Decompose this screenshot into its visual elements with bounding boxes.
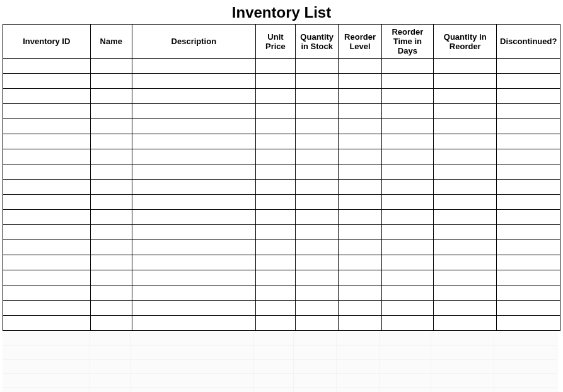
- table-cell[interactable]: [255, 89, 295, 104]
- table-cell[interactable]: [381, 316, 433, 331]
- table-row[interactable]: [3, 270, 560, 285]
- table-cell[interactable]: [132, 180, 255, 195]
- table-cell[interactable]: [132, 301, 255, 316]
- table-cell[interactable]: [381, 149, 433, 164]
- table-cell[interactable]: [296, 149, 339, 164]
- table-cell[interactable]: [132, 240, 255, 255]
- table-cell[interactable]: [296, 316, 339, 331]
- table-cell[interactable]: [255, 240, 295, 255]
- table-cell[interactable]: [3, 285, 91, 301]
- table-cell[interactable]: [339, 210, 381, 225]
- table-row[interactable]: [3, 89, 560, 104]
- table-cell[interactable]: [132, 149, 255, 164]
- table-cell[interactable]: [381, 119, 433, 134]
- table-row[interactable]: [3, 316, 560, 331]
- table-cell[interactable]: [434, 285, 497, 301]
- table-cell[interactable]: [296, 134, 339, 149]
- table-cell[interactable]: [255, 270, 295, 285]
- table-cell[interactable]: [497, 134, 560, 149]
- table-cell[interactable]: [3, 89, 91, 104]
- table-cell[interactable]: [296, 74, 339, 89]
- table-row[interactable]: [3, 225, 560, 240]
- table-cell[interactable]: [434, 59, 497, 74]
- table-cell[interactable]: [339, 164, 381, 180]
- table-cell[interactable]: [381, 104, 433, 119]
- table-cell[interactable]: [434, 104, 497, 119]
- table-cell[interactable]: [339, 180, 381, 195]
- table-cell[interactable]: [434, 119, 497, 134]
- table-cell[interactable]: [434, 255, 497, 270]
- table-row[interactable]: [3, 104, 560, 119]
- table-cell[interactable]: [3, 74, 91, 89]
- table-row[interactable]: [3, 195, 560, 210]
- table-cell[interactable]: [3, 104, 91, 119]
- table-row[interactable]: [3, 119, 560, 134]
- table-cell[interactable]: [434, 195, 497, 210]
- table-cell[interactable]: [497, 74, 560, 89]
- table-cell[interactable]: [339, 74, 381, 89]
- table-cell[interactable]: [339, 195, 381, 210]
- table-cell[interactable]: [90, 180, 132, 195]
- table-cell[interactable]: [90, 316, 132, 331]
- table-cell[interactable]: [255, 195, 295, 210]
- table-cell[interactable]: [296, 255, 339, 270]
- table-cell[interactable]: [497, 119, 560, 134]
- table-cell[interactable]: [497, 225, 560, 240]
- table-row[interactable]: [3, 149, 560, 164]
- table-cell[interactable]: [381, 89, 433, 104]
- table-cell[interactable]: [339, 149, 381, 164]
- table-cell[interactable]: [255, 225, 295, 240]
- table-cell[interactable]: [381, 180, 433, 195]
- table-cell[interactable]: [339, 119, 381, 134]
- table-cell[interactable]: [3, 195, 91, 210]
- table-cell[interactable]: [497, 301, 560, 316]
- table-cell[interactable]: [434, 301, 497, 316]
- table-cell[interactable]: [434, 180, 497, 195]
- table-row[interactable]: [3, 134, 560, 149]
- table-cell[interactable]: [3, 149, 91, 164]
- table-cell[interactable]: [90, 89, 132, 104]
- table-row[interactable]: [3, 164, 560, 180]
- table-cell[interactable]: [255, 149, 295, 164]
- table-cell[interactable]: [296, 240, 339, 255]
- table-cell[interactable]: [497, 149, 560, 164]
- table-cell[interactable]: [296, 89, 339, 104]
- table-cell[interactable]: [497, 59, 560, 74]
- table-cell[interactable]: [381, 164, 433, 180]
- table-cell[interactable]: [255, 285, 295, 301]
- table-cell[interactable]: [3, 164, 91, 180]
- table-cell[interactable]: [3, 301, 91, 316]
- table-cell[interactable]: [3, 59, 91, 74]
- table-cell[interactable]: [381, 59, 433, 74]
- table-cell[interactable]: [90, 149, 132, 164]
- table-cell[interactable]: [132, 89, 255, 104]
- table-cell[interactable]: [434, 149, 497, 164]
- table-cell[interactable]: [296, 180, 339, 195]
- table-cell[interactable]: [255, 59, 295, 74]
- table-cell[interactable]: [381, 240, 433, 255]
- table-cell[interactable]: [434, 210, 497, 225]
- table-cell[interactable]: [381, 225, 433, 240]
- table-cell[interactable]: [381, 285, 433, 301]
- table-cell[interactable]: [3, 134, 91, 149]
- table-cell[interactable]: [132, 285, 255, 301]
- table-row[interactable]: [3, 74, 560, 89]
- table-row[interactable]: [3, 59, 560, 74]
- table-cell[interactable]: [255, 316, 295, 331]
- table-cell[interactable]: [497, 285, 560, 301]
- table-cell[interactable]: [381, 255, 433, 270]
- table-cell[interactable]: [90, 195, 132, 210]
- table-cell[interactable]: [339, 270, 381, 285]
- table-cell[interactable]: [255, 164, 295, 180]
- table-cell[interactable]: [132, 195, 255, 210]
- table-cell[interactable]: [339, 59, 381, 74]
- table-cell[interactable]: [497, 255, 560, 270]
- table-cell[interactable]: [296, 104, 339, 119]
- table-cell[interactable]: [90, 255, 132, 270]
- table-cell[interactable]: [90, 104, 132, 119]
- table-cell[interactable]: [90, 59, 132, 74]
- table-cell[interactable]: [296, 164, 339, 180]
- table-cell[interactable]: [434, 270, 497, 285]
- table-cell[interactable]: [381, 195, 433, 210]
- table-cell[interactable]: [255, 119, 295, 134]
